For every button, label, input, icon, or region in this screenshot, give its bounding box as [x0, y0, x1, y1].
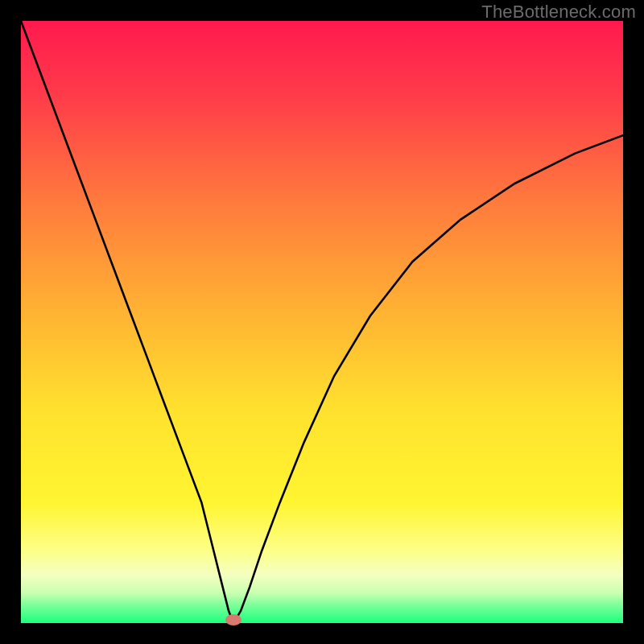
optimum-marker: [225, 614, 242, 625]
chart-plot-area: [21, 21, 623, 623]
watermark-text: TheBottleneck.com: [481, 2, 636, 23]
bottleneck-chart: [0, 0, 644, 644]
